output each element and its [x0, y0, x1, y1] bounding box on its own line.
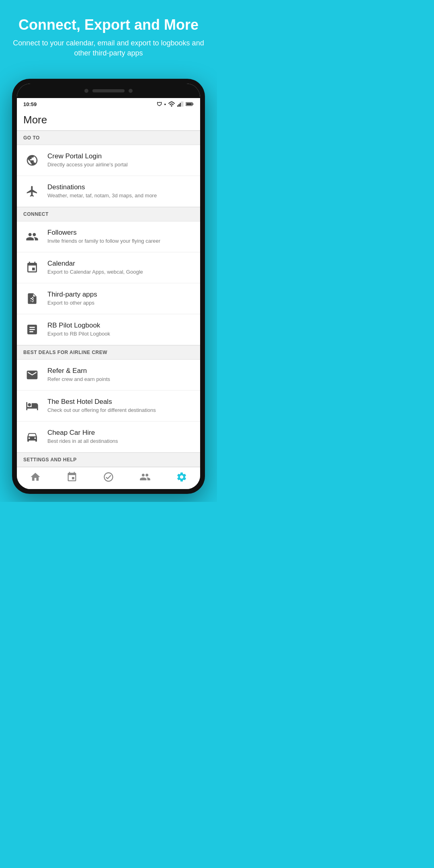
destinations-desc: Weather, metar, taf, notam, 3d maps, and… — [47, 192, 194, 199]
followers-icon — [23, 228, 41, 246]
menu-item-calendar[interactable]: Calendar Export to Calendar Apps, webcal… — [17, 252, 200, 283]
svg-rect-6 — [192, 104, 193, 105]
header-title: Connect, Export and More — [12, 16, 205, 33]
svg-rect-2 — [180, 103, 180, 107]
nav-home[interactable] — [30, 471, 41, 483]
hotel-deals-title: The Best Hotel Deals — [47, 398, 194, 406]
hotel-icon — [23, 397, 41, 415]
svg-rect-7 — [186, 103, 192, 105]
third-party-title: Third-party apps — [47, 291, 194, 299]
car-icon — [23, 428, 41, 446]
shield-icon: 🛡 — [157, 101, 162, 107]
menu-item-crew-portal[interactable]: Crew Portal Login Directly access your a… — [17, 145, 200, 176]
section-go-to: GO TO — [17, 131, 200, 145]
menu-item-hotel-deals[interactable]: The Best Hotel Deals Check out our offer… — [17, 391, 200, 422]
hotel-deals-text: The Best Hotel Deals Check out our offer… — [47, 398, 194, 414]
section-connect: CONNECT — [17, 207, 200, 221]
nav-schedule[interactable] — [66, 471, 78, 483]
more-icon — [176, 471, 187, 483]
menu-item-followers[interactable]: Followers Invite friends or family to fo… — [17, 221, 200, 252]
followers-text: Followers Invite friends or family to fo… — [47, 229, 194, 245]
calendar-text: Calendar Export to Calendar Apps, webcal… — [47, 260, 194, 276]
signal-icon — [177, 101, 184, 107]
followers-title: Followers — [47, 229, 194, 237]
menu-item-refer-earn[interactable]: Refer & Earn Refer crew and earn points — [17, 360, 200, 391]
section-best-deals: BEST DEALS FOR AIRLINE CREW — [17, 345, 200, 360]
third-party-desc: Export to other apps — [47, 300, 194, 307]
screen-title: More — [17, 109, 200, 131]
car-hire-title: Cheap Car Hire — [47, 429, 194, 437]
menu-item-car-hire[interactable]: Cheap Car Hire Best rides in at all dest… — [17, 422, 200, 452]
phone-inner: 10:59 🛡 ▪ — [17, 84, 200, 489]
header-section: Connect, Export and More Connect to your… — [0, 0, 217, 71]
menu-item-third-party[interactable]: Third-party apps Export to other apps — [17, 283, 200, 314]
bottom-nav — [17, 467, 200, 489]
svg-rect-3 — [181, 102, 182, 107]
crew-portal-text: Crew Portal Login Directly access your a… — [47, 152, 194, 168]
wifi-icon — [168, 101, 175, 107]
camera-dot-right — [129, 89, 133, 93]
menu-item-destinations[interactable]: Destinations Weather, metar, taf, notam,… — [17, 176, 200, 207]
crew-portal-desc: Directly access your airline's portal — [47, 162, 194, 168]
sim-icon: ▪ — [164, 101, 166, 107]
svg-rect-1 — [178, 104, 179, 106]
phone-top-bar — [17, 84, 200, 98]
rb-logbook-desc: Export to RB Pilot Logbook — [47, 331, 194, 338]
email-icon — [23, 366, 41, 384]
refer-earn-desc: Refer crew and earn points — [47, 376, 194, 383]
svg-rect-4 — [182, 102, 183, 107]
menu-item-rb-logbook[interactable]: RB Pilot Logbook Export to RB Pilot Logb… — [17, 314, 200, 345]
svg-rect-0 — [177, 105, 178, 106]
nav-dashboard[interactable] — [103, 471, 114, 483]
speaker-bar — [92, 89, 125, 92]
export-icon — [23, 290, 41, 307]
plane-icon — [23, 182, 41, 200]
nav-crew[interactable] — [139, 471, 151, 483]
destinations-text: Destinations Weather, metar, taf, notam,… — [47, 183, 194, 199]
status-bar: 10:59 🛡 ▪ — [17, 98, 200, 109]
schedule-icon — [66, 471, 78, 483]
followers-desc: Invite friends or family to follow your … — [47, 238, 194, 245]
battery-icon — [186, 102, 194, 106]
third-party-text: Third-party apps Export to other apps — [47, 291, 194, 307]
camera-dot-left — [84, 89, 88, 93]
section-settings-help: SETTINGS AND HELP — [17, 452, 200, 467]
crew-icon — [139, 471, 151, 483]
refer-earn-text: Refer & Earn Refer crew and earn points — [47, 367, 194, 383]
destinations-title: Destinations — [47, 183, 194, 191]
phone-frame: 10:59 🛡 ▪ — [12, 79, 205, 494]
car-hire-text: Cheap Car Hire Best rides in at all dest… — [47, 429, 194, 445]
crew-portal-title: Crew Portal Login — [47, 152, 194, 160]
dashboard-icon — [103, 471, 114, 483]
calendar-title: Calendar — [47, 260, 194, 268]
globe-icon — [23, 151, 41, 169]
calendar-desc: Export to Calendar Apps, webcal, Google — [47, 269, 194, 276]
status-time: 10:59 — [23, 101, 37, 107]
refer-earn-title: Refer & Earn — [47, 367, 194, 375]
header-subtitle: Connect to your calendar, email and expo… — [12, 38, 205, 58]
hotel-deals-desc: Check out our offering for different des… — [47, 407, 194, 414]
car-hire-desc: Best rides in at all destinations — [47, 438, 194, 445]
nav-more[interactable] — [176, 471, 187, 483]
home-icon — [30, 471, 41, 483]
rb-logbook-text: RB Pilot Logbook Export to RB Pilot Logb… — [47, 321, 194, 338]
rb-logbook-title: RB Pilot Logbook — [47, 321, 194, 330]
status-icons: 🛡 ▪ — [157, 101, 194, 107]
logbook-icon — [23, 321, 41, 338]
calendar-icon — [23, 259, 41, 276]
